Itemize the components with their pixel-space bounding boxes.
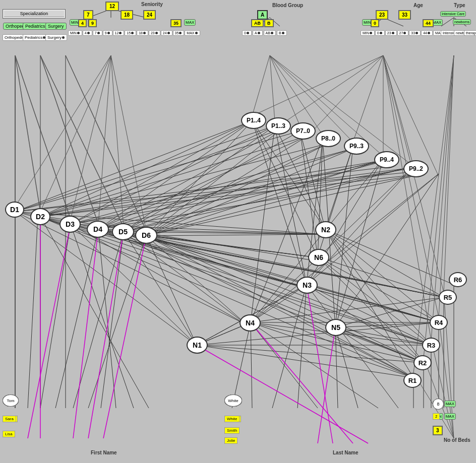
node-r3[interactable]: R3 [422,338,440,353]
svg-line-41 [71,169,408,224]
nobeds-sel-2[interactable]: 2 [433,413,440,420]
type-intensive[interactable]: Intensive Care [440,11,466,17]
seniority-slider1[interactable]: 18 [121,10,133,20]
seniority-section-label: Seniority [141,2,163,7]
seniority-top-value[interactable]: 12 [105,2,119,11]
r-7[interactable]: 7 [93,30,102,36]
age-r-27[interactable]: 27 [397,30,409,36]
node-n4[interactable]: N4 [240,314,261,332]
node-d2[interactable]: D2 [30,208,50,225]
bg-r-ab[interactable]: AB [264,30,276,36]
r-min[interactable]: MIN [68,30,82,36]
seniority-sub-value[interactable]: 7 [83,10,93,20]
node-d5[interactable]: D5 [112,223,134,240]
svg-line-213 [307,285,333,443]
r-23[interactable]: 23 [149,30,160,36]
node-r2[interactable]: R2 [413,355,432,370]
node-p92[interactable]: P9..2 [403,160,429,177]
r-9[interactable]: 9 [103,30,112,36]
fn-tom[interactable]: Tom [3,394,19,407]
node-p13[interactable]: P1..3 [266,117,291,135]
age-r-23[interactable]: 23 [385,30,397,36]
node-n6[interactable]: N6 [308,249,329,266]
node-r5[interactable]: R5 [439,290,457,305]
r-18[interactable]: 18 [137,30,148,36]
svg-line-110 [335,327,413,378]
node-n1[interactable]: N1 [187,337,208,354]
blood-group-label: Blood Group [272,3,303,8]
ln-sel-white[interactable]: White [224,416,240,422]
svg-line-98 [307,285,424,363]
fn-sel-sara[interactable]: Sara [3,416,16,422]
age-0[interactable]: 0 [371,19,379,27]
node-d4[interactable]: D4 [87,221,109,238]
ln-sel-jolie[interactable]: Jolie [224,437,237,444]
svg-line-77 [146,174,424,236]
r-4[interactable]: 4 [83,30,92,36]
node-p94[interactable]: P9..4 [374,151,399,168]
r-15[interactable]: 15 [125,30,136,36]
node-d1[interactable]: D1 [5,202,24,218]
sen-4[interactable]: 4 [78,19,87,27]
r-24[interactable]: 24 [161,30,172,36]
svg-line-60 [124,131,300,232]
age-r-min[interactable]: MIN [361,30,375,36]
type-therapeutic-range[interactable]: therapeutic [464,30,476,36]
specialization-filter[interactable]: Specialization [3,9,66,19]
bg-r-0[interactable]: 0 [242,30,252,36]
r-35[interactable]: 35 [173,30,185,36]
nobeds-sel-max[interactable]: MAX [444,413,456,420]
age-r-44[interactable]: 44 [421,30,433,36]
node-p14[interactable]: P1..4 [241,112,266,129]
node-d6[interactable]: D6 [135,227,157,244]
bg-a-selected[interactable]: A [257,10,268,20]
node-r4[interactable]: R4 [430,315,448,330]
age-slider1[interactable]: 23 [376,10,388,20]
spec-surgery[interactable]: Surgery [45,23,67,30]
ln-white[interactable]: White [224,394,242,407]
ln-sel-smith[interactable]: Smith [224,427,240,434]
node-p70[interactable]: P7..0 [290,122,316,140]
nobeds-slider-val[interactable]: 3 [433,426,443,435]
node-n3[interactable]: N3 [296,277,318,294]
age-r-0[interactable]: 0 [375,30,385,36]
lastname-section-label: Last Name [333,450,359,455]
spec-surgery-range: Surgery [45,34,67,41]
svg-line-96 [318,257,439,322]
age-44[interactable]: 44 [423,19,434,27]
nobeds-8[interactable]: 8 [433,399,444,410]
bg-r-b[interactable]: B [277,30,287,36]
sen-max[interactable]: MAX [184,19,196,26]
svg-line-99 [307,285,431,345]
node-n2[interactable]: N2 [315,221,336,238]
svg-line-131 [88,236,146,408]
svg-line-83 [146,236,444,297]
seniority-slider2[interactable]: 24 [143,10,156,20]
node-p80[interactable]: P8..0 [316,130,341,147]
type-newborns[interactable]: newborns [453,19,471,25]
svg-line-26 [40,128,282,217]
svg-line-207 [73,229,98,438]
node-r6[interactable]: R6 [449,272,467,287]
sen-9[interactable]: 9 [88,19,97,27]
bg-r-a[interactable]: A [253,30,263,36]
bg-b[interactable]: B [264,19,274,27]
age-r-33[interactable]: 33 [409,30,421,36]
nobeds-selected-row: MIN 2 MAX [433,413,456,420]
r-max[interactable]: MAX [185,30,200,36]
node-r1[interactable]: R1 [403,373,422,388]
svg-line-113 [335,297,444,327]
node-n5[interactable]: N5 [325,319,346,336]
svg-line-73 [146,144,328,236]
node-p93[interactable]: P9..3 [344,138,369,155]
nobeds-max[interactable]: MAX [444,401,456,407]
age-slider2[interactable]: 33 [398,10,411,20]
r-12[interactable]: 12 [113,30,125,36]
sen-35[interactable]: 35 [170,19,182,27]
node-d3[interactable]: D3 [60,216,81,233]
spec-pediatrics[interactable]: Pediatrics [23,23,48,30]
nobeds-slider-row: 3 [433,426,443,435]
fn-sel-lisa[interactable]: Lisa [3,431,15,437]
svg-line-200 [272,285,307,408]
bg-ab[interactable]: AB [251,19,264,27]
